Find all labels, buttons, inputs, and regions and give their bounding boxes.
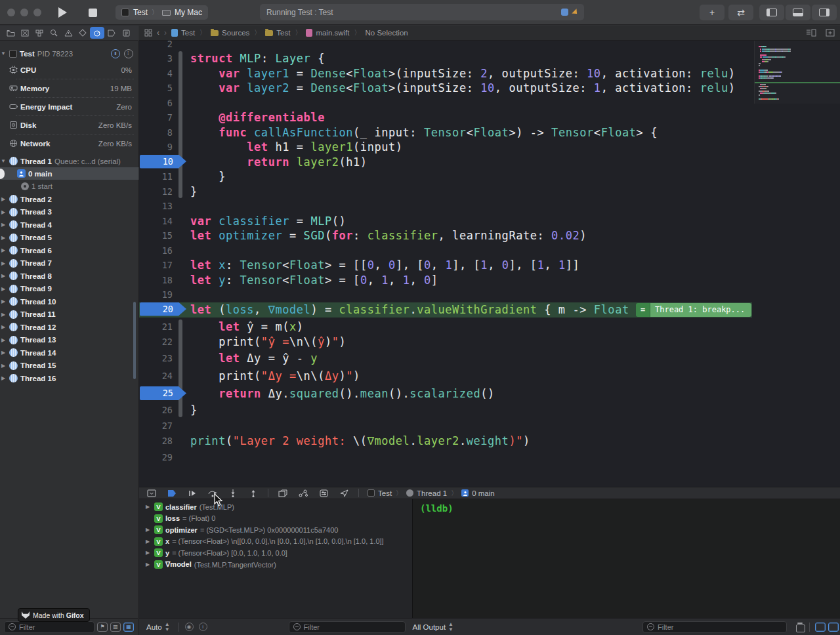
variables-scope-popup[interactable]: Auto ▲▼ — [146, 622, 170, 632]
step-out-button[interactable] — [247, 488, 259, 498]
disclosure-closed-icon[interactable]: ▶ — [0, 363, 7, 369]
code-line[interactable]: 6 — [139, 96, 840, 110]
line-number[interactable]: 28 — [139, 434, 173, 448]
inspector-toggle-button[interactable] — [812, 5, 837, 20]
console-view[interactable]: (lldb) — [412, 499, 840, 618]
breakpoint-marker[interactable]: 20 — [140, 302, 186, 316]
code-line[interactable]: 16 — [139, 243, 840, 258]
code-line[interactable]: 18let y: Tensor<Float> = [0, 1, 1, 0] — [139, 273, 840, 287]
variable-row[interactable]: ▶ V y = (Tensor<Float>) [0.0, 1.0, 1.0, … — [139, 547, 411, 558]
minimap[interactable] — [754, 41, 840, 104]
thread-row-thread-2[interactable]: ▶ Thread 2 — [0, 193, 138, 205]
line-number[interactable]: 17 — [139, 258, 173, 272]
zoom-button[interactable] — [33, 9, 41, 16]
variable-row[interactable]: ▶ V x = (Tensor<Float>) \n[[0.0, 0.0],\n… — [139, 536, 411, 547]
thread-row-thread-12[interactable]: ▶ Thread 12 — [0, 321, 138, 333]
breakpoints-toggle-button[interactable] — [166, 488, 178, 498]
breadcrumb-item[interactable]: Sources — [211, 29, 249, 37]
code-line[interactable]: 12} — [139, 184, 840, 199]
sidebar-scrollbar[interactable] — [133, 302, 136, 379]
line-number[interactable]: 2 — [139, 41, 173, 51]
code-line[interactable]: 20let (loss, ∇model) = classifier.valueW… — [139, 302, 840, 317]
thread-row-thread-4[interactable]: ▶ Thread 4 — [0, 218, 138, 231]
line-number[interactable]: 27 — [139, 419, 173, 433]
line-number[interactable]: 16 — [139, 243, 173, 258]
disclosure-open-icon[interactable]: ▼ — [0, 51, 7, 56]
code-line[interactable]: 17let x: Tensor<Float> = [[0, 0], [0, 1]… — [139, 258, 840, 272]
thread-row-thread-10[interactable]: ▶ Thread 10 — [0, 295, 138, 308]
info-button[interactable]: i — [199, 623, 207, 631]
code-line[interactable]: 2 — [139, 41, 840, 51]
thread-row-thread-8[interactable]: ▶ Thread 8 — [0, 270, 138, 282]
code-line[interactable]: 5 var layer2 = Dense<Float>(inputSize: 1… — [139, 81, 840, 95]
disclosure-closed-icon[interactable]: ▶ — [0, 337, 7, 343]
code-line[interactable]: 27 — [139, 419, 840, 433]
thread-row-thread-6[interactable]: ▶ Thread 6 — [0, 244, 138, 256]
thread-row-thread-7[interactable]: ▶ Thread 7 — [0, 257, 138, 270]
thread-row-thread-1[interactable]: ▼ Thread 1 Queue: c...d (serial) — [0, 155, 138, 167]
code-review-button[interactable]: ⇄ — [728, 5, 753, 20]
continue-button[interactable] — [186, 488, 198, 498]
line-number[interactable]: 14 — [139, 214, 173, 228]
code-line[interactable]: 21 let ŷ = m(x) — [139, 319, 840, 334]
step-into-button[interactable] — [227, 488, 239, 498]
project-navigator-tab[interactable] — [3, 27, 18, 39]
breadcrumb-item[interactable]: Test — [265, 29, 290, 37]
debug-navigator-tab[interactable] — [90, 27, 104, 39]
thread-row-thread-14[interactable]: ▶ Thread 14 — [0, 346, 138, 359]
thread-row-thread-15[interactable]: ▶ Thread 15 — [0, 359, 138, 372]
add-editor-icon[interactable] — [826, 29, 835, 37]
line-number[interactable]: 5 — [139, 81, 173, 95]
disclosure-closed-icon[interactable]: ▶ — [146, 562, 152, 567]
variable-row[interactable]: ▶ V classifier (Test.MLP) — [139, 501, 411, 512]
breadcrumb-item[interactable]: main.swift — [306, 29, 349, 37]
view-mode-icon[interactable]: ⦙ — [124, 49, 133, 58]
source-control-navigator-tab[interactable] — [18, 27, 32, 39]
disclosure-closed-icon[interactable]: ▶ — [0, 235, 7, 241]
thread-row-thread-11[interactable]: ▶ Thread 11 — [0, 308, 138, 321]
breakpoint-marker[interactable]: 10 — [140, 155, 186, 169]
thread-row-thread-3[interactable]: ▶ Thread 3 — [0, 206, 138, 218]
disclosure-closed-icon[interactable]: ▶ — [0, 286, 7, 292]
forward-button[interactable]: › — [164, 28, 167, 37]
process-row[interactable]: ▼ Test PID 78223 ‖⦙ — [0, 47, 138, 60]
code-line[interactable]: 24 print("Δy =\n\(Δy)") — [139, 369, 840, 383]
hide-debug-area-button[interactable] — [146, 488, 158, 498]
thread-row-thread-9[interactable]: ▶ Thread 9 — [0, 283, 138, 295]
code-line[interactable]: 26} — [139, 403, 840, 417]
disclosure-open-icon[interactable]: ▼ — [0, 158, 7, 164]
line-number[interactable]: 7 — [139, 110, 173, 125]
line-number[interactable]: 26 — [139, 403, 173, 417]
line-number[interactable]: 6 — [139, 96, 173, 110]
variables-filter-field[interactable]: Filter — [289, 621, 406, 633]
issue-navigator-tab[interactable] — [61, 27, 75, 39]
code-line[interactable]: 10 return layer2(h1) — [139, 155, 840, 169]
disclosure-closed-icon[interactable]: ▶ — [0, 247, 7, 253]
gauge-row-cpu[interactable]: CPU0% — [0, 64, 138, 76]
code-line[interactable]: 14var classifier = MLP() — [139, 214, 840, 228]
thread-row-thread-13[interactable]: ▶ Thread 13 — [0, 334, 138, 346]
code-line[interactable]: 25 return Δy.squared().mean().scalarized… — [139, 386, 840, 401]
debug-memory-graph-button[interactable] — [297, 488, 309, 498]
library-button[interactable]: + — [700, 5, 724, 20]
breadcrumb-item[interactable]: No Selection — [366, 29, 408, 37]
pause-process-icon[interactable]: ‖ — [111, 49, 120, 58]
breadcrumb-item[interactable]: Test — [171, 29, 195, 37]
line-number[interactable]: 12 — [139, 184, 173, 199]
debug-view-hierarchy-button[interactable] — [277, 488, 289, 498]
close-button[interactable] — [7, 9, 15, 16]
environment-overrides-button[interactable] — [318, 488, 329, 498]
disclosure-closed-icon[interactable]: ▶ — [146, 504, 152, 510]
code-line[interactable]: 19 — [139, 287, 840, 302]
line-number[interactable]: 23 — [139, 351, 173, 365]
line-number[interactable]: 19 — [139, 287, 173, 302]
code-line[interactable]: 4 var layer1 = Dense<Float>(inputSize: 2… — [139, 66, 840, 81]
symbol-navigator-tab[interactable] — [32, 27, 47, 39]
related-items-icon[interactable] — [144, 29, 152, 37]
disclosure-closed-icon[interactable]: ▶ — [0, 222, 7, 228]
debug-area-toggle-button[interactable] — [786, 5, 810, 20]
stack-frame-row[interactable]: 1 start — [0, 180, 138, 192]
code-line[interactable]: 23 let Δy = ŷ - y — [139, 351, 840, 365]
disclosure-closed-icon[interactable]: ▶ — [0, 350, 7, 356]
code-line[interactable]: 9 let h1 = layer1(input) — [139, 140, 840, 154]
